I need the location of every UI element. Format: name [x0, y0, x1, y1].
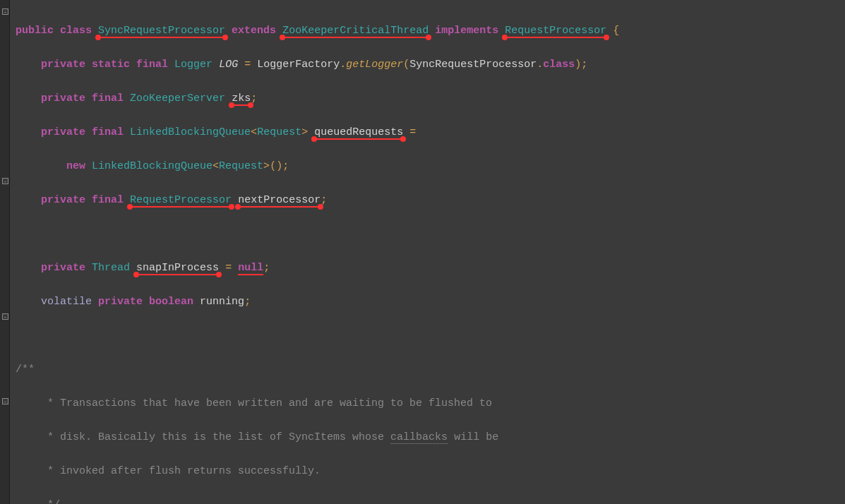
field-name: LOG — [219, 59, 238, 71]
code-line: volatile private boolean running; — [16, 294, 845, 311]
fold-marker[interactable]: - — [2, 398, 8, 404]
code-line: private Thread snapInProcess = null; — [16, 260, 845, 277]
keyword-implements: implements — [435, 25, 498, 37]
comment-line: * invoked after flush returns successful… — [16, 463, 845, 480]
blank-line — [16, 328, 845, 344]
field-name: nextProcessor — [238, 194, 320, 208]
keyword-extends: extends — [232, 25, 276, 37]
fold-marker[interactable]: - — [2, 313, 8, 320]
comment-line: /** — [16, 361, 845, 378]
blank-line — [16, 226, 845, 243]
comment-line: * disk. Basically this is the list of Sy… — [16, 429, 845, 446]
editor-gutter: - - - - — [0, 0, 10, 504]
code-line: private final LinkedBlockingQueue<Reques… — [16, 124, 845, 141]
keyword-public: public — [16, 25, 54, 37]
code-line: private final RequestProcessor nextProce… — [16, 192, 845, 209]
fold-marker[interactable]: - — [2, 178, 8, 184]
keyword-class: class — [60, 25, 92, 37]
comment-line: * Transactions that have been written an… — [16, 395, 845, 412]
code-line: public class SyncRequestProcessor extend… — [16, 23, 845, 40]
interface-name: RequestProcessor — [505, 25, 606, 38]
field-name: running — [200, 296, 244, 308]
comment-line: */ — [16, 497, 845, 504]
brace-open: { — [613, 25, 619, 37]
fold-marker[interactable]: - — [2, 8, 8, 15]
superclass-name: ZooKeeperCriticalThread — [282, 25, 429, 38]
class-name: SyncRequestProcessor — [98, 25, 225, 38]
field-name: snapInProcess — [136, 262, 219, 275]
code-line: private static final Logger LOG = Logger… — [16, 56, 845, 73]
code-editor[interactable]: public class SyncRequestProcessor extend… — [16, 6, 845, 504]
code-line: private final ZooKeeperServer zks; — [16, 90, 845, 107]
field-name: queuedRequests — [314, 126, 403, 140]
field-name: zks — [232, 92, 251, 106]
code-line: new LinkedBlockingQueue<Request>(); — [16, 158, 845, 175]
